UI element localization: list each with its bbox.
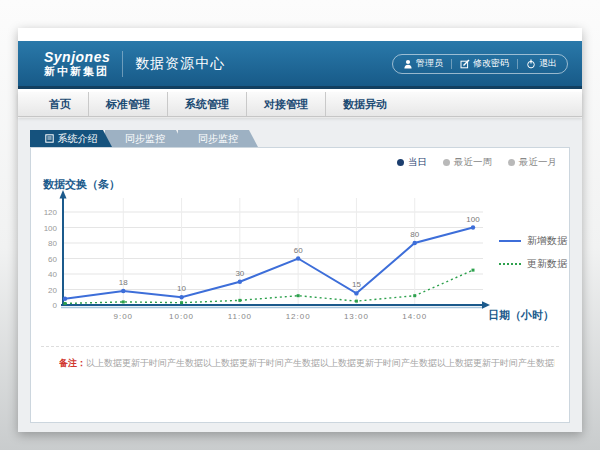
time-range-selector: 当日 最近一周 最近一月 — [397, 156, 557, 169]
user-toolbar: 管理员 修改密码 退出 — [392, 54, 568, 74]
legend-item-update-data[interactable]: 更新数据 — [499, 257, 567, 271]
app-title: 数据资源中心 — [135, 55, 225, 73]
nav-item-home[interactable]: 首页 — [32, 92, 88, 116]
user-icon — [403, 59, 413, 69]
svg-text:15: 15 — [352, 280, 361, 289]
logo-text: Synjones — [44, 50, 110, 65]
app-header: Synjones 新中新集团 数据资源中心 管理员 修改密码 — [18, 41, 582, 89]
svg-text:60: 60 — [48, 255, 57, 264]
radio-dot — [443, 159, 450, 166]
radio-label: 最近一周 — [454, 156, 492, 169]
legend-item-new-data[interactable]: 新增数据 — [499, 234, 567, 248]
legend-label: 更新数据 — [527, 257, 567, 271]
svg-text:40: 40 — [48, 270, 57, 279]
note-divider — [41, 346, 559, 347]
svg-text:10: 10 — [177, 284, 186, 293]
svg-text:10:00: 10:00 — [169, 312, 194, 321]
svg-text:80: 80 — [48, 239, 57, 248]
change-password-button[interactable]: 修改密码 — [460, 57, 509, 70]
desktop-background: Synjones 新中新集团 数据资源中心 管理员 修改密码 — [0, 0, 600, 450]
chart-legend: 新增数据 更新数据 — [499, 234, 567, 271]
radio-label: 最近一月 — [519, 156, 557, 169]
edit-icon — [460, 59, 470, 69]
svg-text:100: 100 — [466, 215, 480, 224]
pill-separator — [517, 59, 518, 69]
svg-text:11:00: 11:00 — [228, 312, 252, 321]
solid-line-icon — [499, 240, 521, 242]
tab-label: 同步监控 — [198, 132, 238, 146]
svg-text:100: 100 — [44, 224, 58, 233]
main-nav: 首页 标准管理 系统管理 对接管理 数据异动 — [18, 92, 582, 117]
radio-today[interactable]: 当日 — [397, 156, 427, 169]
x-axis-title: 日期（小时） — [488, 308, 554, 323]
user-label: 管理员 — [416, 57, 443, 70]
svg-text:12:00: 12:00 — [286, 312, 311, 321]
radio-dot — [508, 159, 515, 166]
logo-subtext: 新中新集团 — [44, 65, 110, 77]
pill-separator — [451, 59, 452, 69]
svg-text:14:00: 14:00 — [402, 312, 427, 321]
tab-label: 同步监控 — [125, 132, 165, 146]
document-icon — [45, 134, 54, 143]
nav-item-system-mgmt[interactable]: 系统管理 — [167, 92, 246, 116]
radio-label: 当日 — [408, 156, 427, 169]
svg-text:20: 20 — [48, 286, 57, 295]
dotted-line-icon — [499, 263, 521, 265]
nav-item-data-change[interactable]: 数据异动 — [325, 92, 404, 116]
svg-text:120: 120 — [44, 208, 58, 217]
app-window: Synjones 新中新集团 数据资源中心 管理员 修改密码 — [18, 28, 582, 432]
radio-last-month[interactable]: 最近一月 — [508, 156, 557, 169]
svg-text:60: 60 — [294, 246, 303, 255]
nav-item-interface-mgmt[interactable]: 对接管理 — [246, 92, 325, 116]
tab-label: 系统介绍 — [58, 132, 98, 146]
footnote-label: 备注： — [59, 358, 86, 368]
tab-sync-monitor-1[interactable]: 同步监控 — [105, 130, 185, 147]
svg-text:13:00: 13:00 — [344, 312, 369, 321]
footnote-text: 以上数据更新于时间产生数据以上数据更新于时间产生数据以上数据更新于时间产生数据以… — [86, 358, 555, 368]
svg-text:80: 80 — [410, 230, 419, 239]
tab-sync-monitor-2[interactable]: 同步监控 — [178, 130, 258, 147]
power-icon — [526, 59, 536, 69]
content-area: 系统介绍 同步监控 同步监控 当日 最近一周 — [18, 118, 582, 432]
logout-button[interactable]: 退出 — [526, 57, 557, 70]
chart-panel: 当日 最近一周 最近一月 数据交换（条） 0204060801001209:00… — [30, 147, 570, 423]
svg-text:30: 30 — [235, 269, 244, 278]
tab-system-intro[interactable]: 系统介绍 — [30, 130, 112, 147]
radio-last-week[interactable]: 最近一周 — [443, 156, 492, 169]
header-divider — [122, 51, 123, 77]
svg-text:0: 0 — [53, 301, 58, 310]
radio-dot — [397, 159, 404, 166]
nav-item-standard-mgmt[interactable]: 标准管理 — [88, 92, 167, 116]
tab-bar: 系统介绍 同步监控 同步监控 — [30, 130, 258, 147]
logout-label: 退出 — [539, 57, 557, 70]
user-menu-button[interactable]: 管理员 — [403, 57, 443, 70]
change-password-label: 修改密码 — [473, 57, 509, 70]
svg-text:9:00: 9:00 — [113, 312, 133, 321]
legend-label: 新增数据 — [527, 234, 567, 248]
line-chart: 0204060801001209:0010:0011:0012:0013:001… — [31, 188, 569, 328]
svg-text:18: 18 — [119, 278, 128, 287]
company-logo: Synjones 新中新集团 — [44, 50, 110, 77]
footnote: 备注：以上数据更新于时间产生数据以上数据更新于时间产生数据以上数据更新于时间产生… — [59, 357, 555, 370]
